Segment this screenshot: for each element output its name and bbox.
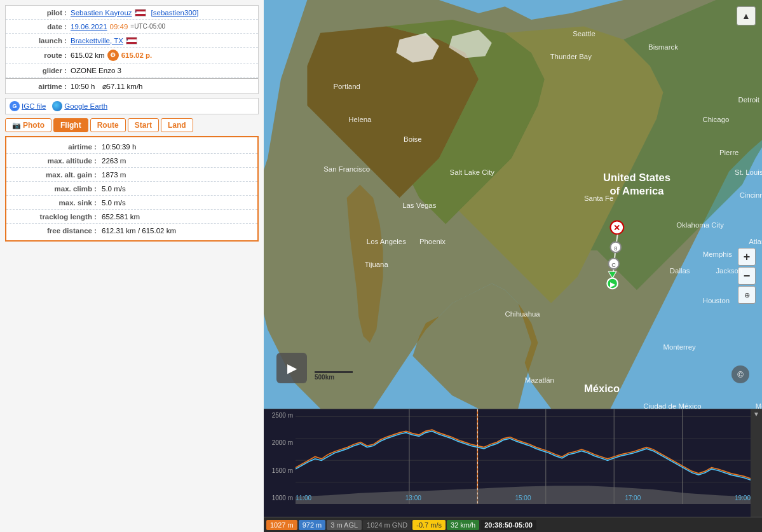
svg-text:Mérida: Mérida [756,402,762,409]
date-link[interactable]: 19.06.2021 [71,23,107,31]
launch-row: launch : Brackettville, TX [6,34,258,48]
tab-flight[interactable]: Flight [53,118,88,132]
route-points: 615.02 p. [121,51,153,59]
nav-up-icon: ▲ [742,11,751,21]
svg-text:Atlanta: Atlanta [749,238,762,245]
us-flag [135,9,146,17]
stats-climb-label: max. climb : [14,185,97,193]
launch-value: Brackettville, TX [71,37,137,44]
pilot-row: pilot : Sebastien Kayrouz [sebastien300] [6,6,258,20]
svg-text:8: 8 [614,245,617,252]
svg-text:Las Vegas: Las Vegas [402,201,437,209]
stats-maxalt-row: max. altitude : 2263 m [6,154,257,168]
tab-route-label: Route [97,121,119,130]
play-button[interactable]: ▶ [276,353,307,383]
zoom-in-button[interactable]: + [738,248,756,266]
x-label-1900: 19:00 [735,494,751,501]
compass-icon: ⊕ [744,291,750,299]
stats-box: airtime : 10:50:39 h max. altitude : 226… [5,136,259,242]
svg-text:C: C [611,262,616,268]
svg-text:Monterrey: Monterrey [663,343,696,351]
route-value: 615.02 km ⚙ 615.02 p. [71,50,152,61]
pilot-label: pilot : [10,9,67,17]
nav-up-button[interactable]: ▲ [737,6,756,25]
svg-text:Los Angeles: Los Angeles [367,238,406,245]
earth-label: Google Earth [64,102,107,110]
y-label-2000: 2000 m [265,439,293,446]
status-bar: 1027 m 972 m 3 m AGL 1024 m GND -0.7 m/s… [264,517,762,532]
y-label-1000: 1000 m [265,494,293,501]
copyright-button[interactable]: © [731,365,749,383]
pilot-username-link[interactable]: [sebastien300] [151,9,199,17]
tab-start-label: Start [135,121,152,130]
stats-altgain-row: max. alt. gain : 1873 m [6,168,257,182]
flight-time: 09:49 [110,23,128,31]
svg-text:Phoenix: Phoenix [419,238,446,245]
stats-altgain-value: 1873 m [102,171,126,179]
igc-label: IGC file [22,102,46,110]
date-value: 19.06.2021 09:49 =UTC-05:00 [71,23,165,31]
pilot-name-link[interactable]: Sebastien Kayrouz [71,9,132,17]
airtime-row: airtime : 10:50 h ⌀57.11 km/h [6,79,258,93]
y-label-2500: 2500 m [265,412,293,419]
chart-container[interactable]: 2500 m 2000 m 1500 m 1000 m [264,409,762,517]
stats-climb-value: 5.0 m/s [102,185,126,193]
glider-value: OZONE Enzo 3 [71,67,121,74]
chart-scrollbar[interactable]: ▼ [751,409,762,517]
svg-text:Chicago: Chicago [703,116,730,123]
stats-climb-row: max. climb : 5.0 m/s [6,182,257,196]
launch-link[interactable]: Brackettville, TX [71,37,123,44]
route-row: route : 615.02 km ⚙ 615.02 p. [6,48,258,64]
tab-route[interactable]: Route [90,118,126,132]
google-earth-link[interactable]: Google Earth [52,101,107,111]
tab-start[interactable]: Start [128,118,159,132]
tab-photo-label: Photo [23,121,44,130]
tabs-row: 📷 Photo Flight Route Start Land [5,118,259,132]
launch-label: launch : [10,37,67,44]
svg-text:Helena: Helena [348,116,372,123]
left-panel: pilot : Sebastien Kayrouz [sebastien300]… [0,0,264,532]
svg-text:Bismarck: Bismarck [648,43,678,51]
date-label: date : [10,23,67,31]
stats-sink-label: max. sink : [14,199,97,207]
links-row: G IGC file Google Earth [5,98,259,114]
glider-row: glider : OZONE Enzo 3 [6,64,258,78]
svg-text:Santa Fe: Santa Fe [584,194,613,202]
x-label-1700: 17:00 [625,494,641,501]
camera-icon: 📷 [12,121,21,130]
launch-flag [126,37,137,44]
divider [6,78,258,79]
stats-airtime-label: airtime : [14,143,97,151]
zoom-out-button[interactable]: − [738,267,756,285]
g-icon: G [10,101,20,111]
chart-x-labels: 11:00 13:00 15:00 17:00 19:00 [296,493,751,503]
tab-land[interactable]: Land [161,118,193,132]
status-alt1: 1027 m [266,520,297,530]
map-container[interactable]: Thunder Bay Seattle Portland Bismarck He… [264,0,762,409]
svg-text:Mazatlán: Mazatlán [525,376,554,384]
svg-text:Chihuahua: Chihuahua [505,310,541,318]
status-hspeed: 32 km/h [447,520,479,530]
svg-text:San Francisco: San Francisco [323,165,370,173]
compass-button[interactable]: ⊕ [738,286,756,304]
scrollbar-down-arrow[interactable]: ▼ [753,411,759,418]
svg-text:St. Louis: St. Louis [735,168,762,176]
airtime-speed: ⌀57.11 km/h [102,82,143,91]
svg-text:Dallas: Dallas [670,267,690,275]
stats-tracklog-value: 652.581 km [102,213,140,221]
igc-link[interactable]: G IGC file [10,101,46,111]
airtime-value: 10:50 h ⌀57.11 km/h [71,82,142,91]
status-time: 20:38:50-05:00 [480,520,536,530]
svg-text:United States: United States [603,172,670,184]
svg-text:Memphis: Memphis [703,250,733,258]
pilot-value: Sebastien Kayrouz [sebastien300] [71,9,198,17]
zoom-in-icon: + [744,250,751,264]
stats-sink-row: max. sink : 5.0 m/s [6,196,257,210]
svg-text:Tijuana: Tijuana [365,261,389,268]
tab-photo[interactable]: 📷 Photo [5,118,51,132]
tab-land-label: Land [168,121,186,130]
map-svg: Thunder Bay Seattle Portland Bismarck He… [264,0,762,409]
airtime-duration: 10:50 h [71,83,95,90]
stats-tracklog-label: tracklog length : [14,213,97,221]
zoom-out-icon: − [744,269,751,283]
